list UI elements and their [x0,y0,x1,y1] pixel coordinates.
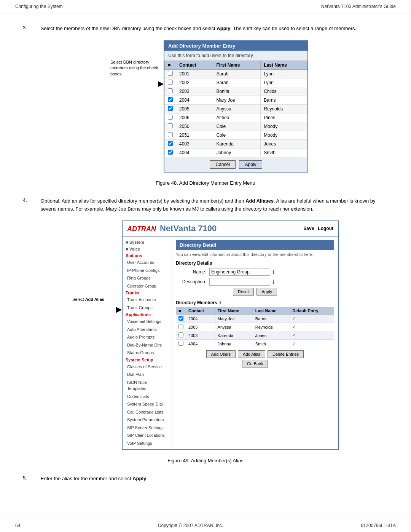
step-5-block: 5. Enter the alias for the member and se… [23,475,388,483]
netvanta-interface: ADTRAN NetVanta 7100 Save Logout ■ Syste… [122,220,339,450]
step-5-number: 5. [23,475,27,481]
form-actions: Reset Apply [176,288,334,296]
apply-button-main[interactable]: Apply [256,288,277,296]
sidebar-stations-cat: Stations [123,252,172,259]
sidebar: ■ System ■ Voice Stations User Accounts … [123,236,172,449]
logout-link[interactable]: Logout [318,226,333,231]
annotation-1-label: Select DBN directory members using the c… [110,59,164,77]
table-row: 2003BonitaChilds [165,87,307,96]
apply-button[interactable]: Apply [239,160,262,169]
member-row-2: 2005 Anyssa Reynolds ✓ [176,323,334,331]
col-firstname: First Name [213,61,261,69]
col-lastname: Last Name [261,61,307,69]
row-6-checkbox [168,115,173,120]
sidebar-item-operator-group[interactable]: Operator Group [123,282,172,290]
sidebar-item-codec[interactable]: Codec Lists [123,393,172,401]
sidebar-item-trunk-groups[interactable]: Trunk Groups [123,304,172,312]
sidebar-item-isdn[interactable]: ISDN Num Templates [123,379,172,393]
sidebar-item-speed-dial[interactable]: System Speed Dial [123,400,172,408]
netvanta-title-text: NetVanta 7100 [160,224,217,233]
member-row-4: 4004 Johnny Smith ✓ [176,340,334,348]
members-col-contact: Contact [186,307,215,315]
members-col-check: ■ [176,307,186,315]
sidebar-item-call-coverage[interactable]: Call Coverage Lists [123,408,172,416]
sidebar-item-dial-by-name[interactable]: Dial-By-Name Dirs [123,341,172,349]
netvanta-logo: ADTRAN NetVanta 7100 [127,224,217,233]
step-4-block: 4. Optional. Add an alias for specified … [23,197,388,464]
add-users-button[interactable]: Add Users [206,350,236,358]
name-field-group: Name: ℹ [176,268,334,276]
dialog-1-title: Add Directory Member Entry [164,41,307,51]
step-3-text: Select the members of the new DBN direct… [41,25,356,33]
save-link[interactable]: Save [303,226,314,231]
delete-entries-button[interactable]: Delete Entries [268,350,304,358]
name-input[interactable] [209,268,270,276]
desc-label: Description: [176,279,206,284]
table-row: 2002SarahLynn [165,78,307,87]
netvanta-header: ADTRAN NetVanta 7100 Save Logout [123,221,338,236]
sidebar-item-trunk-accounts[interactable]: Trunk Accounts [123,296,172,304]
netvanta-body: ■ System ■ Voice Stations User Accounts … [123,236,338,449]
sidebar-item-system-params[interactable]: System Parameters [123,416,172,424]
row-4-checkbox [168,97,173,102]
annotation-1-arrow: ▶ [110,79,164,88]
go-back-container: Go Back [176,360,334,367]
name-label: Name: [176,269,206,275]
dir-members-info-icon: ℹ [219,300,221,305]
sidebar-item-sip-server[interactable]: SIP Server Settings [123,424,172,432]
row-7-checkbox [168,123,173,128]
sidebar-item-auto-attendants[interactable]: Auto Attendants [123,326,172,334]
table-row: 2050ColeMoody [165,122,307,131]
members-col-default: Default Entry [290,307,334,315]
sidebar-item-audio-prompts[interactable]: Audio Prompts [123,333,172,341]
fig49-caption: Figure 49. Adding Member(s) Alias [23,458,388,463]
sidebar-item-dial-plan[interactable]: Dial Plan [123,371,172,379]
row-3-checkbox [168,88,173,93]
members-col-lastname: Last Name [253,307,290,315]
dir-details-label: Directory Details [176,260,334,266]
table-row: 2051ColeMoody [165,131,307,139]
dialog-1-footer: Cancel Apply [164,157,307,172]
sidebar-item-voicemail[interactable]: Voicemail Settings [123,318,172,326]
header-links: Save Logout [303,226,333,231]
row-10-checkbox [168,150,173,155]
section-title: Directory Detail [176,240,334,250]
table-row: 2004Mary JoeBarns [165,96,307,104]
go-back-button[interactable]: Go Back [242,360,268,367]
reset-button[interactable]: Reset [233,288,254,296]
sidebar-item-user-accounts[interactable]: User Accounts [123,259,172,267]
table-row: 2005AnyssaReynolds [165,104,307,113]
dialog-1: Add Directory Member Entry Use this form… [164,40,308,173]
desc-input[interactable] [209,278,270,286]
cancel-button[interactable]: Cancel [210,160,235,169]
bottom-buttons: Add Users Add Alias Delete Entries [176,350,334,358]
sidebar-item-ip-phone[interactable]: IP Phone Configs [123,267,172,275]
step-4-row: 4. Optional. Add an alias for specified … [23,197,388,213]
page-footer: 64 Copyright © 2007 ADTRAN, Inc. 6120079… [0,519,411,532]
desc-info-icon: ℹ [272,279,274,285]
row-9-checkbox [168,141,173,146]
member-2-checkbox [178,324,183,329]
sidebar-item-status-groups[interactable]: Status Groups [123,349,172,357]
step-3-block: 3. Select the members of the new DBN dir… [23,25,388,186]
sidebar-trunks-cat: Trunks [123,290,172,296]
step-4-text: Optional. Add an alias for specified dir… [41,197,388,213]
header-left: Configuring the System [15,4,63,9]
sidebar-item-voip[interactable]: VoIP Settings [123,439,172,447]
sidebar-system-setup-cat: System Setup [123,357,172,363]
sidebar-item-ring-groups[interactable]: Ring Groups [123,274,172,282]
members-col-firstname: First Name [215,307,253,315]
table-row: 4003KarendaJones [165,139,307,148]
header-right: NetVanta 7100 Administrator's Guide [321,4,396,9]
dir-members-label: Directory Members [176,300,217,305]
main-content: 3. Select the members of the new DBN dir… [0,13,411,498]
sidebar-applications-cat: Applications [123,312,172,318]
sidebar-item-classes-service[interactable]: Classes of Service [123,363,172,371]
page-header: Configuring the System NetVanta 7100 Adm… [0,0,411,13]
member-row-1: 2004 Mary Joe Barns ✓ [176,315,334,323]
annotation-2-label: Select Add Alias. [72,297,122,302]
sidebar-item-sip-client[interactable]: SIP Client Locations [123,431,172,439]
add-alias-button[interactable]: Add Alias [238,350,265,358]
adtran-logo-text: ADTRAN [127,225,156,233]
step-3-number: 3. [23,25,27,30]
